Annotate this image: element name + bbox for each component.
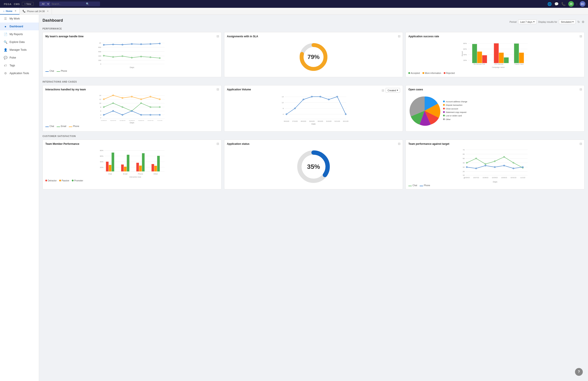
user-avatar-ec[interactable]: EC [580, 1, 585, 7]
sidebar-item-application-tools[interactable]: ⚙ Application Tools [0, 69, 39, 77]
phone-nav-icon[interactable]: 📞 [561, 2, 566, 6]
svg-rect-143 [154, 166, 157, 171]
svg-text:800: 800 [98, 46, 101, 48]
assignments-sla-menu[interactable]: ⊟ [398, 35, 400, 38]
tab-phonecall-close[interactable]: ✕ [47, 10, 49, 12]
svg-point-79 [122, 107, 123, 108]
sidebar-label-application-tools: Application Tools [10, 72, 29, 75]
svg-text:14: 14 [282, 96, 284, 98]
application-status-menu[interactable]: ⊟ [398, 142, 400, 145]
svg-point-15 [131, 44, 132, 45]
svg-text:30: 30 [463, 166, 465, 168]
search-input[interactable] [50, 2, 85, 6]
period-chevron: ▾ [533, 20, 535, 23]
svg-text:6: 6 [100, 110, 101, 112]
svg-text:10/31/22: 10/31/22 [147, 65, 153, 66]
app-success-rate-card: Application success rate ⊟ 80% 60% 40% 2… [405, 32, 585, 77]
svg-text:10/31/22: 10/31/22 [147, 120, 153, 121]
svg-text:10: 10 [463, 174, 465, 176]
team-member-performance-menu[interactable]: ⊟ [216, 142, 219, 145]
svg-point-109 [303, 99, 304, 100]
refresh-icon[interactable]: ↻ [577, 20, 580, 24]
chat-icon[interactable]: 💬 [554, 2, 559, 6]
interactions-handled-chart: 14 12 10 8 6 4 2 [45, 93, 219, 121]
interactions-handled-menu[interactable]: ⊟ [216, 88, 219, 91]
svg-point-89 [150, 114, 151, 115]
brand-cms: CMS [14, 3, 20, 5]
svg-point-114 [345, 114, 346, 115]
svg-text:20%: 20% [100, 167, 103, 168]
open-cases-menu[interactable]: ⊟ [580, 88, 582, 91]
sidebar-item-explore-data[interactable]: 🔍 Explore Data [0, 38, 39, 46]
sidebar-item-pulse[interactable]: 💬 Pulse [0, 54, 39, 61]
avg-handle-time-legend: Chat Phone [45, 70, 219, 72]
open-cases-legend: Account address change Dispute transacti… [443, 100, 467, 121]
svg-point-22 [131, 57, 132, 58]
svg-point-81 [141, 103, 142, 104]
svg-point-169 [485, 164, 486, 165]
svg-point-12 [103, 44, 104, 45]
svg-point-71 [113, 95, 114, 96]
svg-text:60: 60 [463, 153, 465, 155]
interactions-legend: Chat Email Phone [45, 125, 219, 127]
svg-text:14: 14 [99, 95, 101, 96]
app-success-rate-menu[interactable]: ⊟ [580, 35, 582, 38]
separator-icon: | [576, 2, 577, 5]
period-dropdown[interactable]: Last 7 days ▾ [518, 19, 536, 24]
sidebar-item-dashboard[interactable]: ● Dashboard [0, 22, 39, 30]
svg-point-108 [294, 108, 295, 109]
period-label: Period [510, 20, 517, 23]
svg-point-76 [159, 99, 160, 100]
open-cases-title: Open cases [408, 88, 582, 91]
sidebar-item-my-work[interactable]: ☰ My Work [0, 15, 39, 22]
svg-point-86 [122, 114, 123, 115]
pulse-icon: 💬 [3, 56, 7, 59]
team-performance-target-card: Team performance against target ⊟ 70 60 … [405, 140, 585, 190]
svg-text:70: 70 [463, 149, 465, 151]
help-button[interactable]: ? [575, 368, 583, 376]
tab-phonecall[interactable]: 📞 Phone call 24:38 ✕ [20, 8, 52, 15]
svg-text:10/28/22: 10/28/22 [120, 120, 126, 121]
sidebar-item-tags[interactable]: 🏷 Tags [0, 61, 39, 69]
app-volume-dropdown-label: Created [388, 89, 396, 92]
svg-point-75 [150, 96, 151, 97]
display-results-dropdown[interactable]: Simulated ▾ [559, 19, 576, 24]
team-performance-target-menu[interactable]: ⊟ [580, 142, 582, 145]
new-button[interactable]: + New [22, 2, 34, 6]
open-cases-pie [408, 95, 441, 127]
svg-text:80%: 80% [463, 42, 467, 44]
svg-text:10/29/22: 10/29/22 [492, 177, 498, 178]
svg-text:10/30/22: 10/30/22 [138, 120, 144, 121]
svg-rect-144 [157, 156, 160, 171]
sidebar-label-manager-tools: Manager Tools [10, 48, 27, 51]
search-filter-select[interactable]: All [39, 1, 50, 6]
search-icon: 🔍 [85, 2, 90, 5]
page-title: Dashboard [42, 18, 63, 23]
svg-rect-46 [494, 43, 499, 63]
svg-text:2: 2 [100, 117, 101, 119]
svg-text:Phone: Phone [138, 173, 143, 175]
user-avatar-green[interactable]: JD [568, 1, 574, 7]
svg-point-14 [122, 44, 123, 45]
svg-text:8: 8 [100, 106, 101, 108]
brand-name: PEGA CMS [3, 2, 20, 6]
tab-home-close[interactable]: ✕ [15, 10, 16, 12]
svg-text:10/30/22: 10/30/22 [501, 177, 507, 178]
team-perf-target-chart: 70 60 50 40 30 20 10 0 [408, 147, 582, 180]
sidebar-item-my-reports[interactable]: 📄 My Reports [0, 30, 39, 38]
app-volume-header: Application Volume ⊟ Created ▾ [227, 88, 400, 93]
app-volume-menu[interactable]: ⊟ [382, 89, 384, 92]
avg-handle-time-menu[interactable]: ⊟ [216, 35, 219, 38]
tab-home[interactable]: ⌂ Home ✕ [0, 8, 20, 15]
svg-text:50: 50 [463, 158, 465, 159]
app-volume-dropdown[interactable]: Created ▾ [386, 88, 400, 93]
sidebar-item-manager-tools[interactable]: 👤 Manager Tools [0, 46, 39, 54]
app-success-rate-chart: 80% 60% 40% 20% [408, 40, 582, 70]
performance-section-title: PERFORMANCE [42, 28, 585, 30]
globe-icon[interactable]: 🌐 [547, 2, 552, 6]
settings-icon[interactable]: ⚙ [582, 20, 585, 24]
svg-text:10/26/22: 10/26/22 [101, 120, 107, 121]
svg-rect-137 [124, 167, 126, 171]
sidebar-label-explore-data: Explore Data [10, 40, 24, 44]
svg-text:Travel Card: Travel Card [514, 63, 524, 65]
